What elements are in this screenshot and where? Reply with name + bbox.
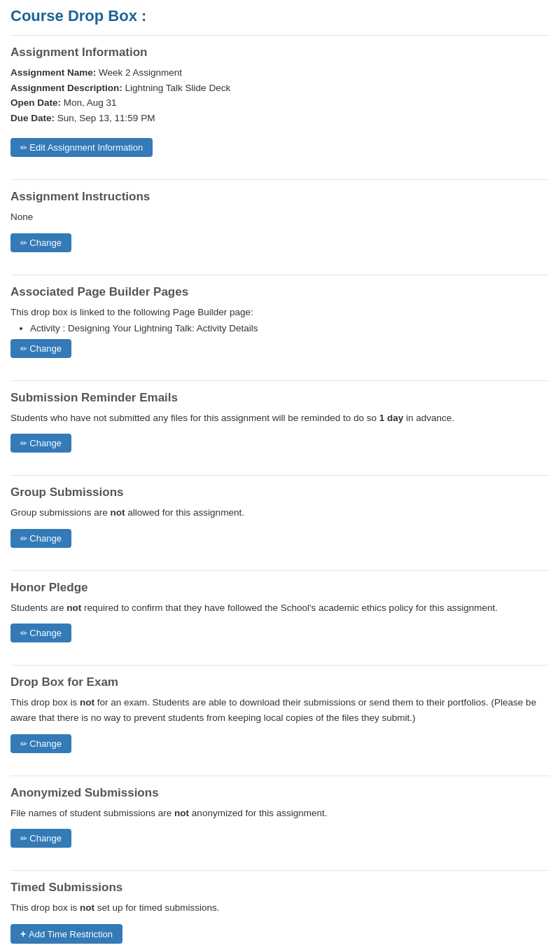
honor-bold: not [66, 603, 81, 613]
open-date-label: Open Date: [10, 97, 61, 108]
assignment-instructions-title: Assignment Instructions [10, 190, 550, 204]
assignment-description-value: Lightning Talk Slide Deck [125, 83, 231, 93]
pencil-icon [20, 833, 29, 844]
timed-submissions-title: Timed Submissions [10, 881, 550, 895]
page-builder-description: This drop box is linked to the following… [10, 305, 550, 320]
honor-pledge-title: Honor Pledge [10, 581, 550, 595]
group-text-after: allowed for this assignment. [125, 507, 244, 518]
pencil-icon [20, 238, 29, 248]
exam-bold: not [80, 697, 94, 708]
timed-submissions-text: This drop box is not set up for timed su… [10, 900, 550, 916]
add-time-restriction-button[interactable]: Add Time Restriction [10, 924, 122, 944]
drop-box-exam-title: Drop Box for Exam [10, 675, 550, 689]
anonymized-submissions-text: File names of student submissions are no… [10, 806, 550, 821]
page-title: Course Drop Box : [10, 7, 550, 25]
honor-text-before: Students are [10, 603, 66, 613]
assignment-instructions-section: Assignment Instructions None Change [10, 179, 550, 259]
group-submissions-title: Group Submissions [10, 486, 550, 500]
list-item: Activity : Designing Your Lightning Talk… [30, 323, 550, 333]
change-reminder-button[interactable]: Change [10, 434, 71, 453]
timed-text-after: set up for timed submissions. [94, 902, 220, 913]
drop-box-exam-section: Drop Box for Exam This drop box is not f… [10, 665, 550, 759]
reminder-text-before: Students who have not submitted any file… [10, 413, 379, 423]
pencil-icon [20, 628, 29, 638]
change-anonymized-button[interactable]: Change [10, 829, 71, 848]
timed-submissions-section: Timed Submissions This drop box is not s… [10, 870, 550, 950]
change-group-submissions-button[interactable]: Change [10, 529, 71, 548]
reminder-emails-title: Submission Reminder Emails [10, 391, 550, 405]
anonymized-submissions-section: Anonymized Submissions File names of stu… [10, 776, 550, 855]
group-submissions-text: Group submissions are not allowed for th… [10, 505, 550, 521]
honor-pledge-text: Students are not required to confirm tha… [10, 600, 550, 616]
timed-text-before: This drop box is [10, 902, 80, 913]
anon-bold: not [174, 808, 189, 818]
honor-pledge-section: Honor Pledge Students are not required t… [10, 570, 550, 650]
edit-icon [20, 142, 29, 153]
edit-assignment-info-button[interactable]: Edit Assignment Information [10, 138, 153, 157]
page-builder-pages-list: Activity : Designing Your Lightning Talk… [30, 323, 550, 333]
change-page-builder-button[interactable]: Change [10, 339, 71, 358]
drop-box-exam-text: This drop box is not for an exam. Studen… [10, 695, 550, 725]
honor-text-after: required to confirm that they have follo… [81, 603, 498, 613]
assignment-information-section: Assignment Information Assignment Name: … [10, 35, 550, 164]
group-text-before: Group submissions are [10, 507, 111, 518]
timed-bold: not [80, 902, 94, 913]
exam-text-before: This drop box is [10, 697, 80, 708]
page-builder-section: Associated Page Builder Pages This drop … [10, 275, 550, 365]
assignment-info-title: Assignment Information [10, 46, 550, 60]
pencil-icon [20, 438, 29, 448]
due-date-label: Due Date: [10, 113, 55, 123]
group-bold: not [111, 507, 125, 518]
reminder-text-after: in advance. [403, 413, 454, 423]
reminder-emails-text: Students who have not submitted any file… [10, 411, 550, 426]
reminder-bold: 1 day [379, 413, 404, 423]
assignment-instructions-value: None [10, 209, 550, 225]
change-exam-button[interactable]: Change [10, 734, 71, 753]
change-instructions-button[interactable]: Change [10, 233, 71, 252]
group-submissions-section: Group Submissions Group submissions are … [10, 475, 550, 555]
pencil-icon [20, 738, 29, 749]
anonymized-submissions-title: Anonymized Submissions [10, 786, 550, 800]
assignment-info-block: Assignment Name: Week 2 Assignment Assig… [10, 65, 550, 125]
pencil-icon [20, 533, 29, 544]
due-date-value: Sun, Sep 13, 11:59 PM [57, 113, 155, 123]
anon-text-after: anonymized for this assignment. [189, 808, 327, 818]
assignment-name-value: Week 2 Assignment [99, 67, 182, 78]
open-date-value: Mon, Aug 31 [64, 97, 117, 108]
reminder-emails-section: Submission Reminder Emails Students who … [10, 380, 550, 460]
assignment-name-label: Assignment Name: [10, 67, 96, 78]
anon-text-before: File names of student submissions are [10, 808, 174, 818]
change-honor-pledge-button[interactable]: Change [10, 624, 71, 642]
pencil-icon [20, 343, 29, 354]
page-builder-title: Associated Page Builder Pages [10, 285, 550, 299]
assignment-description-label: Assignment Description: [10, 83, 122, 93]
plus-icon [20, 929, 29, 939]
